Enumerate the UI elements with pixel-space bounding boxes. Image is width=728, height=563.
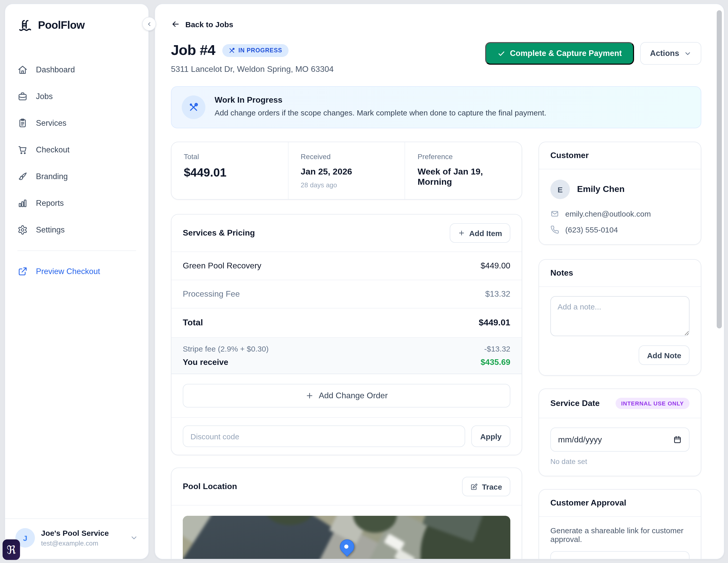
pool-location-card: Pool Location Trace xyxy=(171,467,522,559)
main-panel: Back to Jobs Job #4 IN PROGRESS xyxy=(155,4,724,559)
sidebar-item-label: Reports xyxy=(36,199,64,208)
approval-description: Generate a shareable link for customer a… xyxy=(550,526,689,543)
gear-icon xyxy=(17,225,28,235)
add-note-label: Add Note xyxy=(647,351,681,359)
card-title: Customer Approval xyxy=(550,498,626,508)
card-title: Service Date xyxy=(550,399,600,408)
sidebar: PoolFlow Dashboard Jobs xyxy=(5,4,149,559)
cart-icon xyxy=(17,145,28,155)
summary-stats-card: Total $449.01 Received Jan 25, 2026 28 d… xyxy=(171,142,522,200)
home-icon xyxy=(17,65,28,75)
customer-email[interactable]: emily.chen@outlook.com xyxy=(565,210,651,218)
stat-value: Week of Jan 19, Morning xyxy=(418,167,509,187)
work-in-progress-banner: Work In Progress Add change orders if th… xyxy=(171,86,701,128)
sidebar-item-jobs[interactable]: Jobs xyxy=(5,83,148,110)
plus-icon xyxy=(305,391,314,400)
add-item-button[interactable]: Add Item xyxy=(450,223,510,243)
page-title: Job #4 xyxy=(171,42,215,59)
chevron-down-icon xyxy=(130,534,138,542)
line-item-amount: $13.32 xyxy=(485,289,510,299)
stat-subtext: 28 days ago xyxy=(301,181,392,189)
total-amount: $449.01 xyxy=(479,318,510,328)
line-item-name: Green Pool Recovery xyxy=(183,261,261,271)
status-label: IN PROGRESS xyxy=(238,47,282,53)
stripe-fee-amount: -$13.32 xyxy=(484,344,510,353)
sidebar-item-label: Checkout xyxy=(36,145,70,155)
account-email: test@example.com xyxy=(41,540,109,547)
card-title: Customer xyxy=(550,151,589,160)
tools-icon xyxy=(182,96,205,119)
scrollbar-thumb[interactable] xyxy=(717,10,722,328)
service-date-input[interactable]: mm/dd/yyyy xyxy=(550,427,689,452)
customer-phone[interactable]: (623) 555-0104 xyxy=(565,225,618,234)
sidebar-item-settings[interactable]: Settings xyxy=(5,217,148,243)
customer-avatar: E xyxy=(550,180,570,199)
generate-link-label: Generate Link xyxy=(599,558,654,559)
sidebar-item-reports[interactable]: Reports xyxy=(5,190,148,217)
account-switcher[interactable]: J Joe's Pool Service test@example.com xyxy=(5,518,148,559)
status-badge: IN PROGRESS xyxy=(223,44,289,57)
generate-link-button[interactable]: Generate Link xyxy=(550,551,689,559)
stripe-fee-label: Stripe fee (2.9% + $0.30) xyxy=(183,344,269,353)
sidebar-item-label: Settings xyxy=(36,225,65,235)
no-date-hint: No date set xyxy=(550,457,689,465)
banner-title: Work In Progress xyxy=(215,96,546,105)
add-change-order-button[interactable]: Add Change Order xyxy=(183,384,510,407)
customer-name: Emily Chen xyxy=(577,184,625,195)
note-input[interactable] xyxy=(550,296,689,336)
you-receive-label: You receive xyxy=(183,358,228,367)
stat-received: Received Jan 25, 2026 28 days ago xyxy=(288,142,405,199)
card-title: Pool Location xyxy=(183,482,237,491)
discount-code-input[interactable] xyxy=(183,425,465,447)
line-item-amount: $449.00 xyxy=(481,261,510,271)
date-placeholder: mm/dd/yyyy xyxy=(558,435,602,444)
line-item-row: Processing Fee $13.32 xyxy=(171,280,522,308)
complete-capture-payment-button[interactable]: Complete & Capture Payment xyxy=(485,42,634,65)
map-satellite[interactable] xyxy=(183,516,510,559)
back-label: Back to Jobs xyxy=(185,20,233,29)
chevron-left-icon xyxy=(146,21,152,27)
stat-total: Total $449.01 xyxy=(171,142,288,199)
tools-icon xyxy=(229,47,235,54)
job-address: 5311 Lancelot Dr, Weldon Spring, MO 6330… xyxy=(171,65,485,74)
app-logo: PoolFlow xyxy=(5,4,148,36)
stat-label: Received xyxy=(301,153,392,161)
sidebar-nav: Dashboard Jobs Services xyxy=(5,56,148,285)
customer-card: Customer E Emily Chen xyxy=(539,142,701,245)
stat-label: Total xyxy=(184,153,275,161)
line-item-name: Processing Fee xyxy=(183,289,240,299)
sidebar-item-checkout[interactable]: Checkout xyxy=(5,137,148,163)
sidebar-item-branding[interactable]: Branding xyxy=(5,163,148,190)
trace-button[interactable]: Trace xyxy=(462,477,510,496)
sidebar-item-label: Dashboard xyxy=(36,65,75,74)
banner-description: Add change orders if the scope changes. … xyxy=(215,108,546,117)
notes-card: Notes Add Note xyxy=(539,259,701,376)
trace-label: Trace xyxy=(482,482,502,491)
internal-use-badge: INTERNAL USE ONLY xyxy=(616,398,689,409)
link-icon xyxy=(586,558,594,559)
back-to-jobs-link[interactable]: Back to Jobs xyxy=(171,20,233,29)
sidebar-item-dashboard[interactable]: Dashboard xyxy=(5,56,148,83)
actions-button-label: Actions xyxy=(650,49,679,58)
line-item-row: Green Pool Recovery $449.00 xyxy=(171,252,522,280)
calendar-icon[interactable] xyxy=(673,435,682,444)
card-title: Notes xyxy=(550,269,573,278)
sidebar-item-preview-checkout[interactable]: Preview Checkout xyxy=(5,258,148,285)
plus-icon xyxy=(458,230,465,237)
sidebar-item-label: Branding xyxy=(36,172,68,181)
customer-approval-card: Customer Approval Generate a shareable l… xyxy=(539,489,701,559)
corner-r-badge[interactable]: ℜ xyxy=(3,539,20,560)
apply-discount-button[interactable]: Apply xyxy=(472,425,510,447)
phone-icon xyxy=(550,225,559,234)
chevron-down-icon xyxy=(684,50,692,57)
stripe-fee-block: Stripe fee (2.9% + $0.30) -$13.32 You re… xyxy=(171,337,522,374)
sidebar-item-services[interactable]: Services xyxy=(5,110,148,137)
apply-label: Apply xyxy=(480,432,502,441)
sidebar-collapse-button[interactable] xyxy=(142,17,156,31)
envelope-icon xyxy=(550,210,559,218)
add-note-button[interactable]: Add Note xyxy=(639,345,689,365)
sidebar-item-label: Services xyxy=(36,119,66,128)
actions-button[interactable]: Actions xyxy=(640,42,701,65)
app-title: PoolFlow xyxy=(38,19,85,31)
service-date-card: Service Date INTERNAL USE ONLY mm/dd/yyy… xyxy=(539,388,701,476)
